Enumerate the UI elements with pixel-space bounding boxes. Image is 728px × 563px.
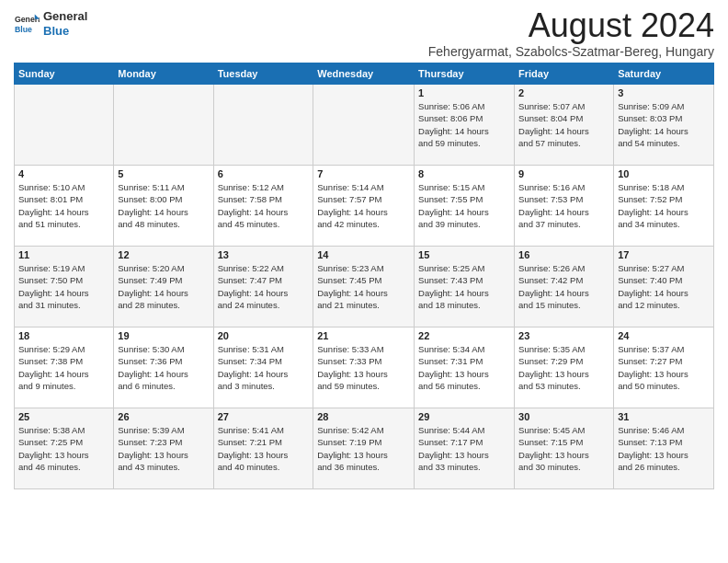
day-info: Sunrise: 5:22 AM Sunset: 7:47 PM Dayligh… [218, 262, 310, 311]
day-info: Sunrise: 5:33 AM Sunset: 7:33 PM Dayligh… [317, 343, 410, 392]
day-number: 16 [518, 249, 609, 260]
day-number: 6 [218, 168, 310, 179]
day-number: 2 [518, 87, 609, 98]
day-number: 30 [518, 411, 609, 422]
calendar-cell: 18Sunrise: 5:29 AM Sunset: 7:38 PM Dayli… [15, 327, 114, 408]
day-number: 27 [218, 411, 310, 422]
day-info: Sunrise: 5:25 AM Sunset: 7:43 PM Dayligh… [418, 262, 510, 311]
page-header: General Blue General Blue August 2024 Fe… [14, 9, 714, 59]
day-number: 29 [418, 411, 510, 422]
day-info: Sunrise: 5:41 AM Sunset: 7:21 PM Dayligh… [218, 424, 310, 473]
day-number: 19 [118, 330, 209, 341]
day-number: 18 [18, 330, 109, 341]
weekday-header-row: SundayMondayTuesdayWednesdayThursdayFrid… [15, 63, 714, 85]
day-info: Sunrise: 5:11 AM Sunset: 8:00 PM Dayligh… [118, 181, 209, 230]
month-title: August 2024 [428, 9, 714, 42]
day-number: 14 [317, 249, 410, 260]
day-info: Sunrise: 5:10 AM Sunset: 8:01 PM Dayligh… [18, 181, 109, 230]
day-number: 1 [418, 87, 510, 98]
day-info: Sunrise: 5:23 AM Sunset: 7:45 PM Dayligh… [317, 262, 410, 311]
calendar-table: SundayMondayTuesdayWednesdayThursdayFrid… [14, 63, 714, 489]
day-info: Sunrise: 5:16 AM Sunset: 7:53 PM Dayligh… [518, 181, 609, 230]
calendar-cell: 5Sunrise: 5:11 AM Sunset: 8:00 PM Daylig… [114, 166, 213, 247]
day-number: 12 [118, 249, 209, 260]
calendar-week-row: 4Sunrise: 5:10 AM Sunset: 8:01 PM Daylig… [15, 166, 714, 247]
calendar-cell: 6Sunrise: 5:12 AM Sunset: 7:58 PM Daylig… [213, 166, 313, 247]
weekday-header-saturday: Saturday [614, 63, 714, 85]
calendar-cell: 27Sunrise: 5:41 AM Sunset: 7:21 PM Dayli… [213, 408, 313, 489]
calendar-cell: 2Sunrise: 5:07 AM Sunset: 8:04 PM Daylig… [515, 85, 614, 166]
calendar-cell: 10Sunrise: 5:18 AM Sunset: 7:52 PM Dayli… [614, 166, 714, 247]
day-number: 25 [18, 411, 109, 422]
day-number: 23 [518, 330, 609, 341]
calendar-cell: 19Sunrise: 5:30 AM Sunset: 7:36 PM Dayli… [114, 327, 213, 408]
calendar-cell: 24Sunrise: 5:37 AM Sunset: 7:27 PM Dayli… [614, 327, 714, 408]
day-info: Sunrise: 5:27 AM Sunset: 7:40 PM Dayligh… [618, 262, 710, 311]
calendar-cell: 4Sunrise: 5:10 AM Sunset: 8:01 PM Daylig… [15, 166, 114, 247]
calendar-week-row: 11Sunrise: 5:19 AM Sunset: 7:50 PM Dayli… [15, 247, 714, 327]
calendar-cell: 26Sunrise: 5:39 AM Sunset: 7:23 PM Dayli… [114, 408, 213, 489]
calendar-cell: 14Sunrise: 5:23 AM Sunset: 7:45 PM Dayli… [313, 247, 415, 327]
calendar-cell: 25Sunrise: 5:38 AM Sunset: 7:25 PM Dayli… [15, 408, 114, 489]
calendar-cell: 11Sunrise: 5:19 AM Sunset: 7:50 PM Dayli… [15, 247, 114, 327]
weekday-header-thursday: Thursday [415, 63, 515, 85]
day-info: Sunrise: 5:37 AM Sunset: 7:27 PM Dayligh… [618, 343, 710, 392]
calendar-cell: 7Sunrise: 5:14 AM Sunset: 7:57 PM Daylig… [313, 166, 415, 247]
calendar-cell: 15Sunrise: 5:25 AM Sunset: 7:43 PM Dayli… [415, 247, 515, 327]
location-title: Fehergyarmat, Szabolcs-Szatmar-Bereg, Hu… [428, 44, 714, 59]
logo-icon: General Blue [14, 11, 40, 37]
day-info: Sunrise: 5:29 AM Sunset: 7:38 PM Dayligh… [18, 343, 109, 392]
day-number: 31 [618, 411, 710, 422]
calendar-cell: 22Sunrise: 5:34 AM Sunset: 7:31 PM Dayli… [415, 327, 515, 408]
day-info: Sunrise: 5:34 AM Sunset: 7:31 PM Dayligh… [418, 343, 510, 392]
day-number: 5 [118, 168, 209, 179]
day-info: Sunrise: 5:38 AM Sunset: 7:25 PM Dayligh… [18, 424, 109, 473]
day-info: Sunrise: 5:20 AM Sunset: 7:49 PM Dayligh… [118, 262, 209, 311]
calendar-week-row: 18Sunrise: 5:29 AM Sunset: 7:38 PM Dayli… [15, 327, 714, 408]
calendar-cell: 21Sunrise: 5:33 AM Sunset: 7:33 PM Dayli… [313, 327, 415, 408]
day-number: 8 [418, 168, 510, 179]
calendar-week-row: 1Sunrise: 5:06 AM Sunset: 8:06 PM Daylig… [15, 85, 714, 166]
calendar-cell: 13Sunrise: 5:22 AM Sunset: 7:47 PM Dayli… [213, 247, 313, 327]
day-info: Sunrise: 5:06 AM Sunset: 8:06 PM Dayligh… [418, 100, 510, 149]
day-number: 15 [418, 249, 510, 260]
day-info: Sunrise: 5:12 AM Sunset: 7:58 PM Dayligh… [218, 181, 310, 230]
logo-general: General [43, 9, 87, 24]
day-number: 11 [18, 249, 109, 260]
weekday-header-wednesday: Wednesday [313, 63, 415, 85]
day-info: Sunrise: 5:26 AM Sunset: 7:42 PM Dayligh… [518, 262, 609, 311]
logo: General Blue General Blue [14, 9, 87, 38]
calendar-cell [213, 85, 313, 166]
day-info: Sunrise: 5:46 AM Sunset: 7:13 PM Dayligh… [618, 424, 710, 473]
day-info: Sunrise: 5:09 AM Sunset: 8:03 PM Dayligh… [618, 100, 710, 149]
weekday-header-friday: Friday [515, 63, 614, 85]
day-info: Sunrise: 5:35 AM Sunset: 7:29 PM Dayligh… [518, 343, 609, 392]
day-number: 4 [18, 168, 109, 179]
day-info: Sunrise: 5:14 AM Sunset: 7:57 PM Dayligh… [317, 181, 410, 230]
logo-blue: Blue [43, 24, 87, 39]
weekday-header-sunday: Sunday [15, 63, 114, 85]
day-info: Sunrise: 5:44 AM Sunset: 7:17 PM Dayligh… [418, 424, 510, 473]
day-info: Sunrise: 5:42 AM Sunset: 7:19 PM Dayligh… [317, 424, 410, 473]
day-info: Sunrise: 5:15 AM Sunset: 7:55 PM Dayligh… [418, 181, 510, 230]
calendar-cell: 16Sunrise: 5:26 AM Sunset: 7:42 PM Dayli… [515, 247, 614, 327]
day-number: 9 [518, 168, 609, 179]
weekday-header-tuesday: Tuesday [213, 63, 313, 85]
day-info: Sunrise: 5:19 AM Sunset: 7:50 PM Dayligh… [18, 262, 109, 311]
day-info: Sunrise: 5:07 AM Sunset: 8:04 PM Dayligh… [518, 100, 609, 149]
day-number: 7 [317, 168, 410, 179]
calendar-cell [313, 85, 415, 166]
day-info: Sunrise: 5:39 AM Sunset: 7:23 PM Dayligh… [118, 424, 209, 473]
day-number: 3 [618, 87, 710, 98]
day-number: 13 [218, 249, 310, 260]
calendar-cell: 31Sunrise: 5:46 AM Sunset: 7:13 PM Dayli… [614, 408, 714, 489]
day-info: Sunrise: 5:45 AM Sunset: 7:15 PM Dayligh… [518, 424, 609, 473]
calendar-cell: 29Sunrise: 5:44 AM Sunset: 7:17 PM Dayli… [415, 408, 515, 489]
title-area: August 2024 Fehergyarmat, Szabolcs-Szatm… [428, 9, 714, 59]
calendar-cell [114, 85, 213, 166]
day-number: 28 [317, 411, 410, 422]
day-info: Sunrise: 5:31 AM Sunset: 7:34 PM Dayligh… [218, 343, 310, 392]
calendar-cell: 8Sunrise: 5:15 AM Sunset: 7:55 PM Daylig… [415, 166, 515, 247]
calendar-cell: 17Sunrise: 5:27 AM Sunset: 7:40 PM Dayli… [614, 247, 714, 327]
day-number: 17 [618, 249, 710, 260]
